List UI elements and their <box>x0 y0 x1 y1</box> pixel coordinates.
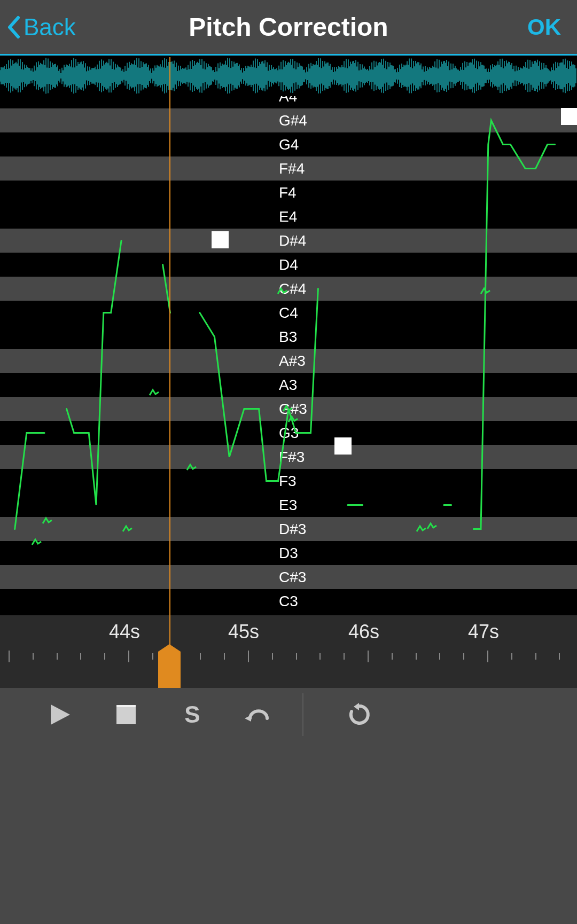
transport-toolbar: S <box>0 688 577 741</box>
svg-marker-4 <box>245 715 251 722</box>
note-block[interactable] <box>334 437 352 455</box>
header-bar: Back Pitch Correction OK <box>0 0 577 56</box>
note-row: F3 <box>0 469 577 493</box>
note-row: C4 <box>0 301 577 325</box>
note-label: B3 <box>279 325 297 349</box>
waveform-strip[interactable] <box>0 56 577 96</box>
note-label: D3 <box>279 541 298 565</box>
loop-icon <box>245 706 272 724</box>
note-row: C#3 <box>0 565 577 589</box>
note-row: A3 <box>0 373 577 397</box>
svg-rect-2 <box>116 705 136 724</box>
note-row: D#4 <box>0 229 577 253</box>
note-row: G3 <box>0 421 577 445</box>
note-label: G4 <box>279 132 299 156</box>
note-row: D#3 <box>0 517 577 541</box>
play-button[interactable] <box>27 688 93 741</box>
note-label: C3 <box>279 589 298 613</box>
note-row: E4 <box>0 205 577 229</box>
back-button[interactable]: Back <box>6 14 76 41</box>
note-label: C4 <box>279 301 298 325</box>
svg-marker-0 <box>158 644 181 688</box>
note-row: G4 <box>0 132 577 156</box>
reset-button[interactable] <box>326 688 392 741</box>
note-label: A4 <box>279 96 297 108</box>
note-row: C#4 <box>0 277 577 301</box>
time-label: 44s <box>109 621 140 643</box>
note-label: E4 <box>279 205 297 229</box>
note-row: A4 <box>0 96 577 108</box>
note-label: G#3 <box>279 397 307 421</box>
note-label: D#3 <box>279 517 306 541</box>
piano-roll[interactable]: C3C#3D3D#3E3F3F#3G3G#3A3A#3B3C4C#4D4D#4E… <box>0 96 577 615</box>
note-label: F3 <box>279 469 297 493</box>
timeline-ticks <box>0 651 577 663</box>
note-label: F4 <box>279 181 297 205</box>
note-row: F#4 <box>0 156 577 181</box>
note-label: C#4 <box>279 277 306 301</box>
note-label: G3 <box>279 421 299 445</box>
playhead-handle[interactable] <box>158 644 181 688</box>
note-label: D4 <box>279 253 298 277</box>
svg-marker-1 <box>51 704 70 725</box>
note-row: D4 <box>0 253 577 277</box>
solo-button[interactable]: S <box>159 688 225 741</box>
toolbar-divider <box>302 693 303 736</box>
time-label: 46s <box>348 621 379 643</box>
back-label: Back <box>24 14 76 41</box>
note-row: G#3 <box>0 397 577 421</box>
note-row: A#3 <box>0 349 577 373</box>
note-row: C3 <box>0 589 577 613</box>
note-row: B3 <box>0 325 577 349</box>
note-label: F#4 <box>279 156 305 181</box>
note-label: F#3 <box>279 445 305 469</box>
note-row: F4 <box>0 181 577 205</box>
reset-icon <box>347 703 371 726</box>
note-label: A3 <box>279 373 297 397</box>
time-label: 45s <box>228 621 259 643</box>
stop-icon <box>116 705 136 724</box>
timeline[interactable]: 44s45s46s47s <box>0 615 577 688</box>
stop-button[interactable] <box>93 688 159 741</box>
waveform-graphic <box>0 56 577 96</box>
loop-button[interactable] <box>225 688 292 741</box>
solo-label: S <box>184 701 200 728</box>
svg-rect-3 <box>116 705 136 707</box>
ok-button[interactable]: OK <box>527 14 561 40</box>
note-row: E3 <box>0 493 577 517</box>
play-icon <box>49 703 71 726</box>
note-block[interactable] <box>212 231 229 248</box>
chevron-left-icon <box>6 15 20 39</box>
note-label: A#3 <box>279 349 306 373</box>
note-label: G#4 <box>279 108 307 132</box>
page-title: Pitch Correction <box>189 12 388 42</box>
note-block[interactable] <box>561 108 577 125</box>
note-label: C#3 <box>279 565 306 589</box>
time-label: 47s <box>468 621 499 643</box>
note-row: D3 <box>0 541 577 565</box>
note-label: E3 <box>279 493 297 517</box>
note-row: G#4 <box>0 108 577 132</box>
note-label: D#4 <box>279 229 306 253</box>
note-row: F#3 <box>0 445 577 469</box>
svg-marker-5 <box>354 703 359 710</box>
